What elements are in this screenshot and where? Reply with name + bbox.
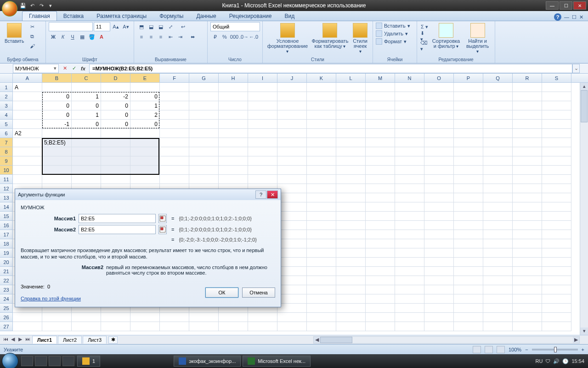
cell[interactable] (395, 294, 424, 304)
name-box[interactable]: МУМНОЖ▾ (13, 64, 59, 73)
cell[interactable] (542, 129, 571, 138)
cell[interactable] (277, 202, 307, 212)
currency-icon[interactable]: ₽ (210, 32, 220, 41)
row-header[interactable]: 11 (0, 175, 13, 184)
cell[interactable] (542, 202, 571, 212)
row-header[interactable]: 27 (0, 322, 13, 331)
row-header[interactable]: 18 (0, 239, 13, 248)
cell[interactable] (542, 175, 571, 184)
cell[interactable] (277, 175, 307, 184)
cell[interactable] (307, 184, 336, 193)
delete-cells-button[interactable]: Удалить ▾ (376, 30, 408, 37)
tray-icon-1[interactable]: 🛡 (545, 358, 550, 364)
cell[interactable] (513, 267, 542, 276)
cell[interactable] (366, 230, 395, 239)
cell[interactable] (248, 138, 277, 147)
cell[interactable] (336, 101, 366, 110)
cell[interactable] (483, 239, 513, 248)
cell[interactable] (483, 193, 513, 202)
qat-undo-icon[interactable]: ↶ (28, 2, 36, 9)
cell[interactable] (513, 147, 542, 156)
row-header[interactable]: 15 (0, 212, 13, 221)
number-format-combo[interactable] (210, 22, 260, 31)
taskbar-shortcut-3[interactable] (49, 356, 61, 366)
cell[interactable] (542, 258, 571, 267)
cell[interactable] (366, 129, 395, 138)
align-center-icon[interactable]: ≡ (147, 32, 156, 41)
cell[interactable]: 0 (72, 101, 101, 110)
row-header[interactable]: 12 (0, 184, 13, 193)
cell[interactable] (219, 120, 248, 129)
cell[interactable] (513, 212, 542, 221)
cell[interactable] (366, 92, 395, 101)
cell[interactable] (277, 248, 307, 258)
cell[interactable] (513, 202, 542, 212)
cell[interactable] (366, 239, 395, 248)
cell[interactable] (542, 248, 571, 258)
cell[interactable] (542, 166, 571, 175)
column-header[interactable]: D (101, 74, 130, 82)
cell[interactable] (130, 129, 160, 138)
cell[interactable] (395, 304, 424, 313)
cell[interactable] (424, 276, 454, 285)
chevron-down-icon[interactable]: ▾ (54, 65, 57, 71)
cell[interactable] (513, 184, 542, 193)
cell[interactable] (513, 175, 542, 184)
align-right-icon[interactable]: ≡ (156, 32, 165, 41)
cell[interactable] (454, 193, 483, 202)
cell[interactable] (160, 129, 189, 138)
cell[interactable] (336, 138, 366, 147)
cell[interactable] (277, 110, 307, 120)
cell[interactable] (366, 166, 395, 175)
cell[interactable] (395, 202, 424, 212)
help-icon[interactable]: ? (554, 13, 561, 21)
cell[interactable] (336, 212, 366, 221)
cell[interactable] (483, 101, 513, 110)
cell[interactable] (13, 92, 42, 101)
cell[interactable] (366, 276, 395, 285)
cell[interactable] (395, 110, 424, 120)
cell[interactable] (336, 248, 366, 258)
cell[interactable] (219, 83, 248, 92)
row-header[interactable]: 21 (0, 267, 13, 276)
cell[interactable] (454, 202, 483, 212)
underline-icon[interactable]: Ч (68, 32, 77, 41)
cell[interactable] (277, 166, 307, 175)
cell[interactable] (483, 166, 513, 175)
cell[interactable] (424, 212, 454, 221)
cell[interactable] (395, 276, 424, 285)
formula-enter-icon[interactable]: ✓ (70, 64, 78, 73)
cell[interactable] (424, 92, 454, 101)
insert-function-icon[interactable]: fx (79, 64, 87, 73)
cell[interactable] (395, 212, 424, 221)
cell[interactable] (307, 239, 336, 248)
cell[interactable] (336, 129, 366, 138)
arg2-input[interactable] (79, 225, 156, 234)
cell[interactable] (307, 258, 336, 267)
cell[interactable] (366, 156, 395, 166)
cell[interactable] (542, 276, 571, 285)
cell[interactable] (542, 110, 571, 120)
column-header[interactable]: M (366, 74, 395, 82)
cell[interactable] (513, 285, 542, 294)
formula-bar[interactable]: =МУМНОЖ(B2:E5;B2:E5) (89, 64, 572, 73)
cell[interactable] (336, 156, 366, 166)
column-header[interactable]: E (130, 74, 160, 82)
cell[interactable] (454, 322, 483, 331)
autosum-icon[interactable]: Σ ▾ (420, 22, 429, 31)
conditional-formatting-button[interactable]: Условноеформатирование ▾ (266, 22, 310, 55)
zoom-slider[interactable] (532, 349, 578, 351)
cell[interactable] (101, 313, 130, 322)
cell[interactable] (513, 258, 542, 267)
cell[interactable] (424, 110, 454, 120)
cell[interactable] (189, 313, 219, 322)
column-header[interactable]: J (277, 74, 307, 82)
cell[interactable] (483, 230, 513, 239)
formula-cancel-icon[interactable]: ✕ (61, 64, 69, 73)
cell[interactable] (248, 92, 277, 101)
cell[interactable] (395, 322, 424, 331)
cell[interactable] (542, 313, 571, 322)
cell[interactable] (277, 313, 307, 322)
cell[interactable] (307, 221, 336, 230)
cell[interactable] (336, 313, 366, 322)
